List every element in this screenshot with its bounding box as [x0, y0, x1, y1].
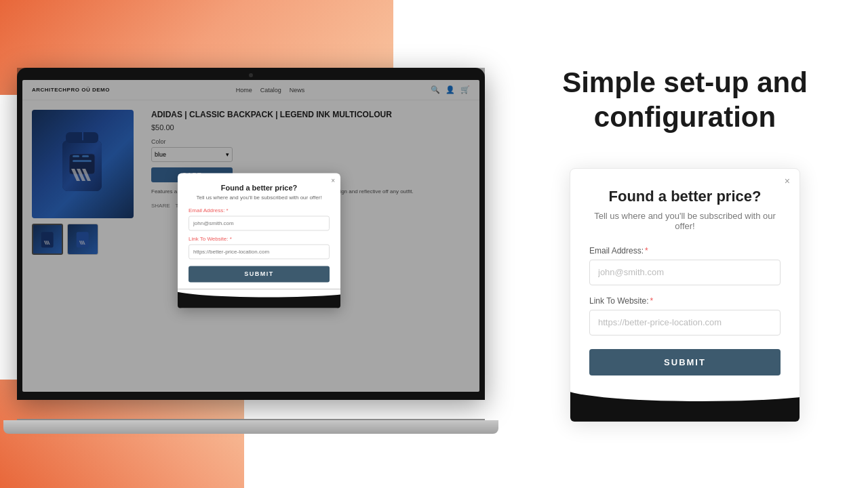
laptop-screen: ARCHITECHPRO OÜ DEMO Home Catalog News 🔍… [22, 80, 479, 392]
small-modal-subtitle: Tell us where and you'll be subscribed w… [189, 195, 330, 201]
small-modal-link-label: Link To Website: * [189, 236, 330, 242]
right-section: Simple set-up andconfiguration × Found a… [502, 0, 868, 488]
large-modal-wave [570, 388, 800, 422]
large-modal-link-label: Link To Website: * [589, 296, 781, 306]
large-modal-link-input[interactable] [589, 310, 781, 336]
large-modal: × Found a better price? Tell us where an… [570, 168, 800, 422]
small-modal-close-button[interactable]: × [331, 177, 335, 184]
website: ARCHITECHPRO OÜ DEMO Home Catalog News 🔍… [22, 80, 479, 392]
large-modal-title: Found a better price? [589, 188, 781, 205]
laptop-screen-outer: ARCHITECHPRO OÜ DEMO Home Catalog News 🔍… [17, 68, 485, 400]
large-modal-email-input[interactable] [589, 260, 781, 285]
left-section: ARCHITECHPRO OÜ DEMO Home Catalog News 🔍… [0, 0, 502, 488]
laptop-wrapper: ARCHITECHPRO OÜ DEMO Home Catalog News 🔍… [3, 68, 498, 434]
large-modal-close-button[interactable]: × [785, 176, 790, 186]
right-heading: Simple set-up andconfiguration [562, 66, 808, 134]
small-modal-link-input[interactable] [189, 244, 330, 259]
large-modal-email-label: Email Address: * [589, 246, 781, 256]
small-modal: × Found a better price? Tell us where an… [178, 173, 340, 308]
large-modal-subtitle: Tell us where and you'll be subscribed w… [589, 211, 781, 231]
small-modal-submit-button[interactable]: SUBMIT [189, 266, 330, 282]
small-modal-email-label: Email Address: * [189, 207, 330, 214]
small-modal-email-input[interactable] [189, 216, 330, 230]
small-modal-wave [178, 289, 340, 308]
small-modal-title: Found a better price? [189, 184, 330, 192]
laptop-base [3, 420, 498, 434]
large-modal-submit-button[interactable]: SUBMIT [589, 349, 781, 375]
